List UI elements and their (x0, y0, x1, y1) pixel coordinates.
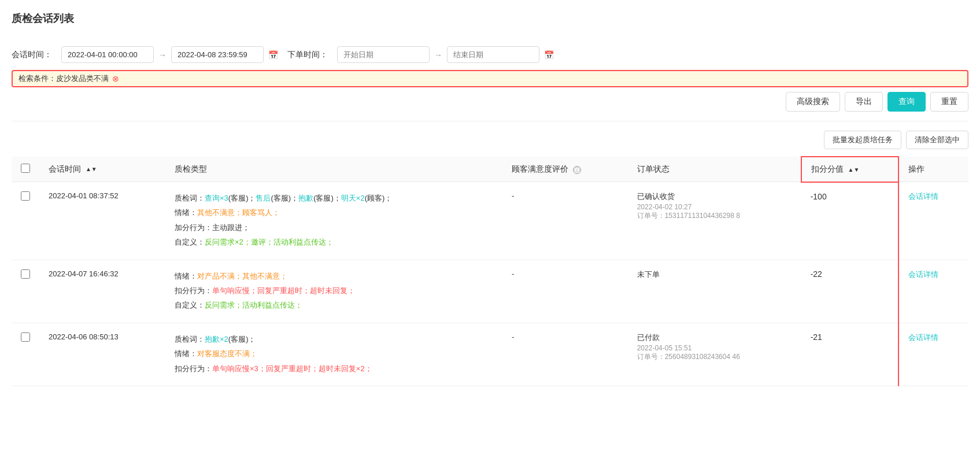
emotion-tag-3: 对客服态度不满； (197, 349, 257, 358)
td-satisfaction-2: - (502, 260, 628, 323)
quality-link-3[interactable]: 抱歉×2 (205, 335, 228, 343)
td-checkbox-1 (12, 182, 39, 260)
th-operation: 操作 (898, 157, 968, 182)
clear-selection-button[interactable]: 清除全部选中 (906, 131, 968, 149)
td-session-time-3: 2022-04-06 08:50:13 (39, 323, 165, 386)
td-quality-1: 质检词：查询×3(客服)；售后(客服)；抱歉(客服)；明天×2(顾客)； 情绪：… (165, 182, 502, 260)
th-checkbox (12, 157, 39, 182)
th-satisfaction: 顾客满意度评价 ⓘ (502, 157, 628, 182)
order-start-input[interactable] (337, 46, 430, 63)
quality-line-1-4: 自定义：反问需求×2；邀评；活动利益点传达； (175, 235, 493, 249)
order-end-input[interactable] (447, 46, 539, 63)
quality-line-1-3: 加分行为：主动跟进； (175, 221, 493, 234)
order-status-text-2: 未下单 (637, 269, 792, 280)
export-button[interactable]: 导出 (845, 92, 883, 112)
add-score-tag: 主动跟进； (212, 223, 250, 232)
td-checkbox-3 (12, 323, 39, 386)
td-quality-3: 质检词：抱歉×2(客服)； 情绪：对客服态度不满； 扣分行为：单句响应慢×3；回… (165, 323, 502, 386)
td-order-status-1: 已确认收货 2022-04-02 10:27 订单号：1531171131044… (628, 182, 801, 260)
select-all-checkbox[interactable] (21, 164, 30, 173)
session-time-label: 会话时间： (12, 50, 52, 60)
session-time-group: → 📅 (61, 46, 278, 63)
td-operation-2: 会话详情 (898, 260, 968, 323)
view-detail-link-2[interactable]: 会话详情 (908, 270, 938, 279)
order-time-label: 下单时间： (287, 50, 328, 60)
quality-line-1-1: 质检词：查询×3(客服)；售后(客服)；抱歉(客服)；明天×2(顾客)； (175, 191, 493, 205)
th-deduction: 扣分分值 ▲▼ (801, 157, 898, 182)
td-operation-1: 会话详情 (898, 182, 968, 260)
quality-link[interactable]: 查询×3 (205, 194, 228, 202)
th-order-status: 订单状态 (628, 157, 801, 182)
tag-text: 检索条件：皮沙发品类不满 (19, 73, 109, 84)
filter-tag-row: 检索条件：皮沙发品类不满 ⊗ (12, 70, 968, 87)
date-arrow-1: → (158, 50, 167, 60)
deduct-tag-2: 单句响应慢；回复严重超时；超时未回复； (212, 286, 355, 295)
table-row: 2022-04-01 08:37:52 质检词：查询×3(客服)；售后(客服)；… (12, 182, 968, 260)
filter-row-dates: 会话时间： → 📅 下单时间： → 📅 (12, 46, 968, 63)
td-session-time-2: 2022-04-07 16:46:32 (39, 260, 165, 323)
td-checkbox-2 (12, 260, 39, 323)
quality-link[interactable]: 明天×2 (341, 194, 365, 202)
td-operation-3: 会话详情 (898, 323, 968, 386)
advanced-search-button[interactable]: 高级搜索 (786, 92, 840, 112)
sort-icon-session[interactable]: ▲▼ (86, 166, 97, 172)
reset-button[interactable]: 重置 (930, 92, 968, 112)
td-deduction-2: -22 (801, 260, 898, 323)
table-row: 2022-04-06 08:50:13 质检词：抱歉×2(客服)； 情绪：对客服… (12, 323, 968, 386)
quality-line-3-2: 情绪：对客服态度不满； (175, 347, 493, 360)
quality-line-2-2: 扣分行为：单句响应慢；回复严重超时；超时未回复； (175, 284, 493, 297)
td-deduction-3: -21 (801, 323, 898, 386)
view-detail-link-1[interactable]: 会话详情 (908, 192, 938, 201)
td-deduction-1: -100 (801, 182, 898, 260)
custom-tag-2: 反问需求；活动利益点传达； (205, 301, 302, 309)
page-container: 质检会话列表 会话时间： → 📅 下单时间： → 📅 检索条件： (0, 0, 980, 466)
td-order-status-2: 未下单 (628, 260, 801, 323)
tag-close-icon[interactable]: ⊗ (112, 74, 119, 83)
session-start-input[interactable] (61, 46, 154, 63)
table-row: 2022-04-07 16:46:32 情绪：对产品不满；其他不满意； 扣分行为… (12, 260, 968, 323)
view-detail-link-3[interactable]: 会话详情 (908, 333, 938, 342)
quality-line-2-1: 情绪：对产品不满；其他不满意； (175, 269, 493, 283)
emotion-tag: 其他不满意；顾客骂人； (197, 208, 280, 217)
row-checkbox-3[interactable] (21, 332, 30, 342)
page-title: 质检会话列表 (12, 12, 968, 25)
button-row: 高级搜索 导出 查询 重置 (12, 92, 968, 112)
row-checkbox-2[interactable] (21, 269, 30, 279)
row-checkbox-1[interactable] (21, 191, 30, 201)
active-filter-tag: 检索条件：皮沙发品类不满 ⊗ (12, 70, 968, 87)
quality-line-3-1: 质检词：抱歉×2(客服)； (175, 332, 493, 346)
order-meta-1: 2022-04-02 10:27 订单号：153117113104436298 … (637, 203, 792, 221)
satisfaction-info-icon[interactable]: ⓘ (573, 166, 581, 174)
td-quality-2: 情绪：对产品不满；其他不满意； 扣分行为：单句响应慢；回复严重超时；超时未回复；… (165, 260, 502, 323)
td-order-status-3: 已付款 2022-04-05 15:51 订单号：256048931082436… (628, 323, 801, 386)
query-button[interactable]: 查询 (887, 92, 926, 112)
deduct-tag-3: 单句响应慢×3；回复严重超时；超时未回复×2； (212, 364, 372, 373)
quality-link[interactable]: 抱歉 (298, 194, 313, 202)
order-time-group: → 📅 (337, 46, 554, 63)
date-arrow-2: → (434, 50, 442, 60)
quality-link[interactable]: 售后 (256, 194, 271, 202)
td-session-time-1: 2022-04-01 08:37:52 (39, 182, 165, 260)
quality-line-3-3: 扣分行为：单句响应慢×3；回复严重超时；超时未回复×2； (175, 362, 493, 375)
action-bar: 批量发起质培任务 清除全部选中 (12, 131, 968, 149)
th-quality-type: 质检类型 (165, 157, 502, 182)
td-satisfaction-1: - (502, 182, 628, 260)
emotion-tag-2: 对产品不满；其他不满意； (197, 272, 287, 280)
td-satisfaction-3: - (502, 323, 628, 386)
calendar-icon-2[interactable]: 📅 (544, 50, 554, 60)
th-session-time: 会话时间 ▲▼ (39, 157, 165, 182)
order-status-text-1: 已确认收货 (637, 191, 792, 202)
custom-tag: 反问需求×2；邀评；活动利益点传达； (205, 238, 334, 246)
quality-line-1-2: 情绪：其他不满意；顾客骂人； (175, 206, 493, 219)
table-header-row: 会话时间 ▲▼ 质检类型 顾客满意度评价 ⓘ 订单状态 扣分分值 (12, 157, 968, 182)
quality-table: 会话时间 ▲▼ 质检类型 顾客满意度评价 ⓘ 订单状态 扣分分值 (12, 156, 968, 386)
batch-train-button[interactable]: 批量发起质培任务 (824, 131, 901, 149)
filter-section: 会话时间： → 📅 下单时间： → 📅 检索条件：皮沙发品类不满 ⊗ (12, 37, 968, 121)
order-meta-3: 2022-04-05 15:51 订单号：25604893108243604 4… (637, 344, 792, 362)
session-end-input[interactable] (171, 46, 264, 63)
order-status-text-3: 已付款 (637, 332, 792, 343)
quality-line-2-3: 自定义：反问需求；活动利益点传达； (175, 298, 493, 312)
sort-icon-deduction[interactable]: ▲▼ (848, 167, 860, 173)
calendar-icon-1[interactable]: 📅 (268, 50, 278, 60)
table-container: 会话时间 ▲▼ 质检类型 顾客满意度评价 ⓘ 订单状态 扣分分值 (12, 156, 968, 386)
